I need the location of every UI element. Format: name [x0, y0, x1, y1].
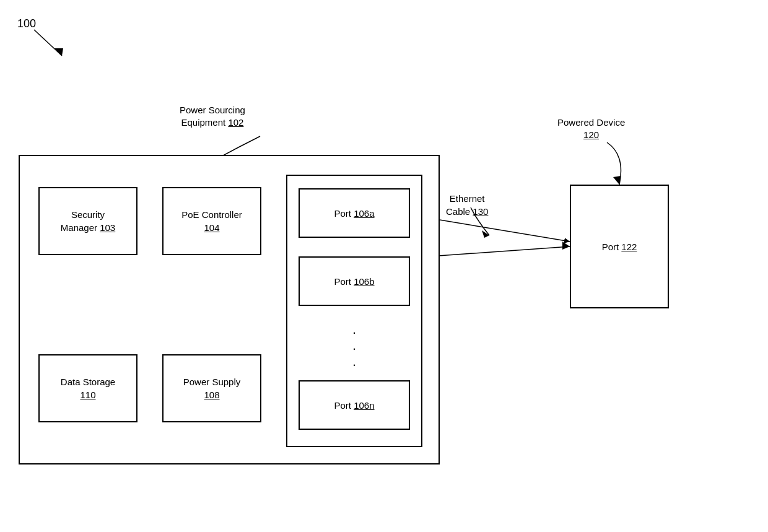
port-122-label: Port 122 [602, 242, 637, 252]
port-106a-box: Port 106a [299, 188, 410, 238]
pse-label: Power SourcingEquipment 102 [180, 104, 245, 128]
poe-controller-label: PoE Controller104 [181, 208, 242, 234]
pse-bounding-box: SecurityManager 103 PoE Controller104 Da… [19, 155, 440, 464]
poe-controller-box: PoE Controller104 [162, 187, 261, 255]
diagram-container: 100 [0, 0, 768, 532]
security-manager-label: SecurityManager 103 [61, 208, 115, 234]
svg-marker-3 [613, 176, 621, 185]
port-106n-box: Port 106n [299, 380, 410, 430]
ports-container: Port 106a Port 106b ··· Port 106n [286, 175, 422, 447]
ethernet-label: EthernetCable 130 [446, 192, 488, 218]
port-106b-label: Port 106b [334, 276, 374, 287]
powered-device-box: Port 122 [570, 185, 669, 308]
pd-label: Powered Device120 [557, 116, 625, 141]
svg-marker-1 [55, 48, 63, 56]
port-106n-label: Port 106n [334, 400, 374, 411]
ref-label-100: 100 [17, 17, 36, 30]
data-storage-label: Data Storage110 [61, 375, 115, 401]
svg-line-5 [421, 217, 570, 242]
power-supply-label: Power Supply108 [183, 375, 241, 401]
security-manager-box: SecurityManager 103 [38, 187, 137, 255]
port-106a-label: Port 106a [334, 208, 374, 219]
power-supply-box: Power Supply108 [162, 354, 261, 422]
svg-marker-4 [482, 230, 489, 238]
svg-marker-8 [562, 242, 570, 250]
data-storage-box: Data Storage110 [38, 354, 137, 422]
svg-line-6 [421, 246, 570, 257]
port-dots: ··· [352, 325, 357, 373]
svg-line-0 [34, 30, 62, 56]
port-106b-box: Port 106b [299, 256, 410, 306]
